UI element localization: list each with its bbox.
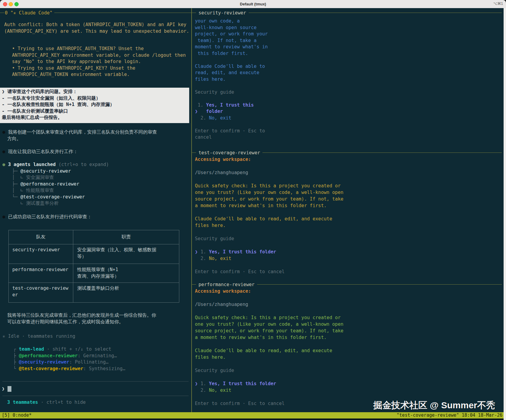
pane-border-line xyxy=(249,13,502,13)
assistant-response-2: ● 现在让我启动三名队友并行工作： xyxy=(2,149,78,155)
text-line: • Trying to use ANTHROPIC_AUTH_TOKEN? Un… xyxy=(12,46,186,52)
left-pane-claude-code[interactable]: 0 "✳ Claude Code" Auth conflict: Both a … xyxy=(0,8,191,412)
text-line: your own code, a xyxy=(195,18,268,25)
security-pane-title: security-reviewer xyxy=(196,10,249,16)
blank-line xyxy=(195,57,268,63)
option-trust-folder[interactable]: ❯ 1. Yes, I trust this folder xyxy=(195,249,344,255)
text-line: files here. xyxy=(195,222,344,229)
pane-border-line xyxy=(54,13,191,13)
blank-line xyxy=(195,262,344,268)
agent-task: ∟ 测试覆盖率分析 xyxy=(2,200,109,207)
tmux-status-right: "test-coverage-reviewe" 18:04 18-Mar-26 xyxy=(397,412,502,418)
titlebar: Default (tmux) ⌥⌘1 xyxy=(0,0,506,8)
table-row-divider xyxy=(9,244,179,244)
table-row-divider xyxy=(9,283,179,283)
text-line: team). If not, take a xyxy=(195,38,268,44)
performance-pane-title: performance-reviewer xyxy=(196,282,257,287)
coverage-pane-title: test-coverage-reviewer xyxy=(196,150,262,156)
text-line: a moment to review what's in this folder… xyxy=(195,334,344,341)
agent-task: │ ∟ 安全漏洞审查 xyxy=(2,174,109,181)
selection-marker: ❯ xyxy=(195,381,201,386)
text-line: 3 teammates · ctrl+t to hide xyxy=(7,399,86,406)
terminal-window: Default (tmux) ⌥⌘1 0 "✳ Claude Code" Aut… xyxy=(0,0,506,420)
closing-paragraph: 我将等待三位队友完成审查后，汇总他们的发现并生成一份综合报告。你 可以在审查进行… xyxy=(7,312,156,325)
spinner-icon: ✳ xyxy=(2,334,8,339)
auth-conflict-warning: Auth conflict: Both a token (ANTHROPIC_A… xyxy=(4,22,189,35)
text-cursor xyxy=(8,386,11,392)
team-member-row[interactable]: ├ @performance-reviewer: Germinating… xyxy=(13,353,125,359)
text-line: 我将等待三位队友完成审查后，汇总他们的发现并生成一份综合报告。你 xyxy=(7,312,156,319)
pane-border-line xyxy=(262,153,502,153)
agents-bullet-icon: ● xyxy=(2,162,5,167)
table-header-name: 队友 xyxy=(9,234,73,240)
text-line: files here. xyxy=(195,354,344,361)
input-prompt-marker: ❯ xyxy=(2,386,5,391)
team-panel: ┌ team-lead · shift + ↑/↓ to select ├ @p… xyxy=(13,346,125,372)
text-line: one you trust? (Like your own code, a we… xyxy=(195,189,344,196)
option-no-exit[interactable]: 2. No, exit xyxy=(195,115,268,122)
team-lead-row[interactable]: ┌ team-lead · shift + ↑/↓ to select xyxy=(13,346,125,353)
workspace-path: /Users/zhanghuapeng xyxy=(195,169,344,176)
agent-task: │ ∟ 性能瓶颈审查 xyxy=(2,187,109,194)
text-line: this folder first. xyxy=(195,50,268,57)
text-line: read, edit, and execute xyxy=(195,70,268,76)
response-bullet-icon: ● xyxy=(2,214,5,219)
text-line: - 一名队友检查性能瓶颈（如 N+1 查询、内存泄漏） xyxy=(0,101,189,108)
text-line: ❯ xyxy=(2,386,11,392)
text-line: Claude Code'll be able to read, edit, an… xyxy=(195,347,344,354)
table-header-duty: 职责 xyxy=(73,234,180,240)
pane-performance-reviewer[interactable]: performance-reviewer Accessing workspace… xyxy=(192,280,504,412)
text-line: ● 已成功启动三名队友并行进行代码审查： xyxy=(2,214,92,220)
input-separator-top xyxy=(2,381,189,382)
option-no-exit[interactable]: 2. No, exit xyxy=(195,255,344,262)
option-trust-folder[interactable]: 1. Yes, I trust this xyxy=(195,102,268,109)
text-line: ● 现在让我启动三名队友并行工作： xyxy=(2,149,78,155)
blank-line xyxy=(195,361,344,367)
table-cell-duty: 安全漏洞审查（注入、权限、敏感数据 等） xyxy=(77,247,156,260)
performance-pane-title-row: performance-reviewer xyxy=(192,281,502,288)
confirm-hint: cancel xyxy=(195,134,268,141)
text-line: 方向。 xyxy=(2,136,157,142)
blank-line xyxy=(195,83,268,89)
pane-border-line xyxy=(192,13,196,13)
text-line: 最后将结果汇总成一份报告。 xyxy=(0,114,189,121)
option-no-exit[interactable]: 2. No, exit xyxy=(195,387,344,394)
pane-security-reviewer[interactable]: security-reviewer your own code, a well-… xyxy=(192,8,504,148)
text-line: Quick safety check: Is this a project yo… xyxy=(195,183,344,189)
tmux-status-bar: [5] 0:node* "test-coverage-reviewe" 18:0… xyxy=(0,412,504,418)
blank-line xyxy=(195,229,344,235)
text-line: project, or work from your xyxy=(195,31,268,38)
workspace-path: /Users/zhanghuapeng xyxy=(195,301,344,308)
input-prompt-line[interactable]: ❯ xyxy=(2,386,11,392)
option-trust-folder-wrap[interactable]: ❯ folder xyxy=(195,108,268,115)
terminal-area: 0 "✳ Claude Code" Auth conflict: Both a … xyxy=(0,8,506,412)
text-line: one you trust? (Like your own code, a we… xyxy=(195,321,344,328)
text-line: well-known open source xyxy=(195,25,268,31)
text-line: (ANTHROPIC_API_KEY) are set. This may le… xyxy=(4,28,189,35)
table-row: security-reviewer xyxy=(12,247,60,253)
text-line: - 一名队友分析测试覆盖率缺口 xyxy=(0,108,189,115)
team-member-row[interactable]: └ @test-coverage-reviewer: Synthesizing… xyxy=(13,366,125,372)
text-line: Claude Code'll be able to read, edit, an… xyxy=(195,216,344,222)
option-trust-folder[interactable]: ❯ 1. Yes, I trust this folder xyxy=(195,380,344,387)
pane-border-line xyxy=(192,153,196,153)
text-line: ANTHROPIC_AUTH_TOKEN environment variabl… xyxy=(12,71,186,78)
window-title: Default (tmux) xyxy=(0,2,506,6)
confirm-hint: Enter to confirm · Esc to cancel xyxy=(195,268,344,275)
teammates-count: 3 teammates xyxy=(7,400,38,405)
window-shortcut-badge: ⌥⌘1 xyxy=(493,2,503,6)
prompt-marker: ❯ xyxy=(2,89,8,94)
response-bullet-icon: ● xyxy=(2,149,5,154)
tmux-window-item[interactable]: [5] 0:node* xyxy=(2,412,32,418)
coverage-pane-title-row: test-coverage-reviewer xyxy=(192,150,502,156)
text-line: ❯ 请审查这个代码库的问题。安排： xyxy=(0,89,189,95)
agents-launched-block[interactable]: ● 3 agents launched (ctrl+o to expand) ├… xyxy=(2,162,109,207)
pane-test-coverage-reviewer[interactable]: test-coverage-reviewer Accessing workspa… xyxy=(192,148,504,281)
pane-border-line xyxy=(257,284,502,285)
team-member-row[interactable]: ├ @security-reviewer: Pollinating… xyxy=(13,359,125,366)
accessing-workspace-label: Accessing workspace: xyxy=(195,288,344,295)
table-row-divider xyxy=(9,264,179,264)
blank-line xyxy=(195,374,344,380)
watermark: 掘金技术社区 @ Summer不秃 xyxy=(373,399,495,412)
blank-line xyxy=(195,308,344,314)
